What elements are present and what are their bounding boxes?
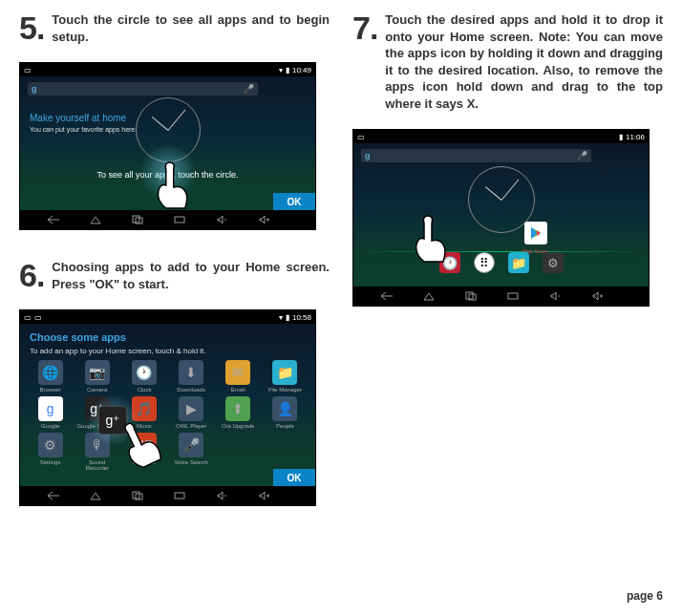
step-text: Touch the circle to see all apps and to … <box>52 11 330 45</box>
screenshot-icon[interactable] <box>506 291 520 301</box>
screenshot-step5: ▭ ▾ ▮ 10:49 Make yourself at home You ca… <box>19 62 316 230</box>
back-icon[interactable] <box>380 291 394 301</box>
welcome-title: Make yourself at home <box>30 113 126 123</box>
step-text: Touch the desired apps and hold it to dr… <box>385 11 663 112</box>
picture-icon: ▭ <box>357 133 365 140</box>
step-7: 7. Touch the desired apps and hold it to… <box>352 11 663 112</box>
status-time: 10:49 <box>292 66 311 74</box>
app-item[interactable]: 🌐Browser <box>30 360 71 393</box>
home-icon[interactable] <box>89 491 102 500</box>
app-grid: 🌐Browser 📷Camera 🕐Clock ⬇Downloads ✉Emai… <box>30 360 306 471</box>
step-number: 5. <box>19 11 44 45</box>
choose-apps-title: Choose some apps <box>30 331 126 343</box>
vol-up-icon[interactable] <box>257 491 270 500</box>
status-time: 10:58 <box>292 313 311 322</box>
wifi-icon: ▾ <box>279 313 283 322</box>
screenshot-icon[interactable] <box>173 491 186 500</box>
vol-up-icon[interactable] <box>257 215 270 224</box>
battery-icon: ▮ <box>619 133 623 141</box>
status-bar: ▭ ▾ ▮ 10:49 <box>20 63 315 76</box>
screenshot-icon[interactable] <box>173 215 186 224</box>
home-icon[interactable] <box>89 215 102 224</box>
step-text: Choosing apps to add to your Home screen… <box>52 259 330 292</box>
picture-icon: ▭ <box>34 313 42 321</box>
vol-down-icon[interactable] <box>215 491 228 500</box>
sd-icon: ▭ <box>24 66 32 74</box>
vol-down-icon[interactable] <box>215 215 228 224</box>
app-item[interactable]: 🎤Voice Search <box>171 433 212 471</box>
back-icon[interactable] <box>47 215 60 224</box>
battery-icon: ▮ <box>286 66 289 74</box>
search-bar[interactable] <box>361 149 591 162</box>
app-item[interactable]: 🕐Clock <box>123 360 164 393</box>
dock: 🕐 ⠿ 📁 ⚙ <box>439 252 564 273</box>
ok-button[interactable]: OK <box>273 193 315 210</box>
screenshot-step7: ▭ ▮ 11:06 Play Store 🕐 ⠿ 📁 ⚙ <box>352 129 650 307</box>
battery-icon: ▮ <box>286 313 289 322</box>
app-item[interactable]: 👤People <box>265 396 306 429</box>
recent-icon[interactable] <box>131 215 144 224</box>
dock-files-icon[interactable]: 📁 <box>508 252 529 273</box>
app-item[interactable]: ⬇Downloads <box>171 360 212 393</box>
recent-icon[interactable] <box>131 491 144 500</box>
app-item[interactable]: gGoogle <box>30 396 71 429</box>
svg-rect-5 <box>175 493 184 499</box>
page-number: page 6 <box>627 589 663 603</box>
finger-pointer-icon <box>407 214 451 269</box>
app-item[interactable]: ▶OWL Player <box>171 396 212 429</box>
play-store-app[interactable] <box>524 222 547 244</box>
step-5: 5. Touch the circle to see all apps and … <box>19 11 330 45</box>
recent-icon[interactable] <box>464 291 478 301</box>
sd-icon: ▭ <box>24 313 32 321</box>
nav-bar <box>20 210 315 229</box>
vol-down-icon[interactable] <box>548 291 562 301</box>
status-bar: ▭ ▮ 11:06 <box>353 130 649 143</box>
nav-bar <box>353 287 649 306</box>
step-number: 7. <box>352 11 377 112</box>
svg-rect-8 <box>508 293 518 299</box>
app-item[interactable]: 📁File Manager <box>265 360 306 393</box>
nav-bar <box>20 486 315 505</box>
ok-button[interactable]: OK <box>273 469 315 486</box>
all-apps-icon[interactable]: ⠿ <box>474 252 495 273</box>
wifi-icon: ▾ <box>279 66 283 74</box>
app-item[interactable]: ⚙Settings <box>30 433 71 471</box>
choose-apps-subtitle: To add an app to your Home screen, touch… <box>30 347 206 355</box>
step-6: 6. Choosing apps to add to your Home scr… <box>19 259 330 292</box>
status-time: 11:06 <box>626 133 645 141</box>
screenshot-step6: ▭ ▭ ▾ ▮ 10:58 Choose some apps To add an… <box>19 309 316 506</box>
app-item[interactable]: 📷Camera <box>76 360 117 393</box>
vol-up-icon[interactable] <box>590 291 604 301</box>
home-icon[interactable] <box>422 291 436 301</box>
app-item[interactable]: ✉Email <box>218 360 259 393</box>
search-bar[interactable] <box>28 82 258 96</box>
app-item[interactable]: ⬆Ota Upgrade <box>218 396 259 429</box>
welcome-subtitle: You can put your favorite apps here. <box>30 126 137 133</box>
finger-pointer-icon <box>148 160 192 210</box>
svg-rect-2 <box>175 217 184 223</box>
dock-settings-icon[interactable]: ⚙ <box>543 252 564 273</box>
back-icon[interactable] <box>47 491 60 500</box>
status-bar: ▭ ▭ ▾ ▮ 10:58 <box>20 310 315 324</box>
step-number: 6. <box>19 259 44 292</box>
